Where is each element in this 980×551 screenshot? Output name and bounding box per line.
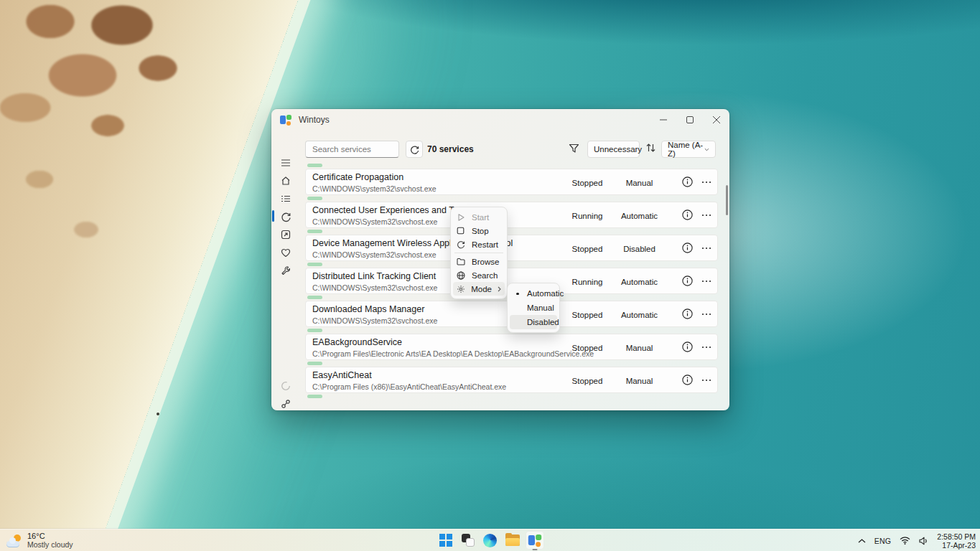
more-options-icon[interactable] <box>700 209 713 221</box>
service-tag <box>307 362 322 365</box>
weather-temperature: 16°C <box>27 532 73 541</box>
service-tag <box>307 197 322 200</box>
folder-icon <box>457 258 466 265</box>
service-mode: Manual <box>609 367 670 394</box>
more-options-icon[interactable] <box>700 342 713 353</box>
file-explorer-button[interactable] <box>503 531 522 550</box>
taskbar: 16°C Mostly cloudy ENG <box>0 529 980 551</box>
edge-button[interactable] <box>481 531 500 550</box>
more-options-icon[interactable] <box>700 276 713 287</box>
chevron-right-icon <box>498 286 501 292</box>
service-row[interactable]: Certificate Propagation C:\WINDOWS\syste… <box>305 169 718 195</box>
service-context-menu: Start Stop Restart Browse Search Mode <box>450 207 508 299</box>
title-bar[interactable]: Wintoys <box>271 109 729 131</box>
service-name: Downloaded Maps Manager <box>312 304 424 314</box>
menu-item-stop[interactable]: Stop <box>453 224 505 237</box>
more-options-icon[interactable] <box>700 242 713 254</box>
info-icon[interactable] <box>682 342 693 352</box>
desktop: Wintoys <box>0 0 980 551</box>
service-path: C:\WINDOWS\system32\svchost.exe <box>312 184 437 193</box>
submenu-item-disabled[interactable]: Disabled <box>510 315 557 329</box>
info-icon[interactable] <box>682 276 693 286</box>
wintoys-logo-icon <box>280 114 291 126</box>
wifi-icon[interactable] <box>900 537 910 545</box>
file-explorer-icon <box>505 534 520 546</box>
filter-dropdown[interactable]: Unnecessary <box>587 141 640 158</box>
service-row[interactable]: EABackgroundService C:\Program Files\Ele… <box>305 334 718 360</box>
tray-chevron-up-icon[interactable] <box>858 539 866 543</box>
info-icon[interactable] <box>682 309 693 319</box>
wintoys-taskbar-button[interactable] <box>526 531 544 550</box>
more-options-icon[interactable] <box>700 309 713 320</box>
stop-icon <box>457 227 466 235</box>
minimize-button[interactable] <box>658 114 669 126</box>
menu-divider <box>454 253 503 253</box>
more-options-icon[interactable] <box>700 375 713 386</box>
service-status: Stopped <box>559 301 616 328</box>
scrollbar-thumb[interactable] <box>726 185 728 215</box>
sort-dropdown-value: Name (A-Z) <box>668 141 704 158</box>
submenu-item-manual[interactable]: Manual <box>510 301 557 315</box>
wintoys-logo-icon <box>528 534 541 547</box>
wallpaper-figure <box>157 413 159 415</box>
service-tag <box>307 164 322 167</box>
service-path: C:\WINDOWS\System32\svchost.exe <box>312 217 437 226</box>
service-path: C:\WINDOWS\System32\svchost.exe <box>312 283 437 292</box>
service-tag <box>307 230 322 233</box>
more-options-icon[interactable] <box>700 176 713 188</box>
search-input[interactable]: Search services <box>305 141 399 158</box>
service-name: Distributed Link Tracking Client <box>312 271 436 281</box>
sidebar-item-links[interactable] <box>271 396 300 410</box>
taskbar-weather-widget[interactable]: 16°C Mostly cloudy <box>6 529 73 551</box>
sort-icon[interactable] <box>646 143 655 153</box>
sidebar <box>271 131 300 410</box>
info-icon[interactable] <box>682 242 693 253</box>
maximize-button[interactable] <box>684 114 696 126</box>
volume-icon[interactable] <box>919 537 928 545</box>
edge-icon <box>483 534 497 547</box>
sort-dropdown[interactable]: Name (A-Z) <box>661 141 716 158</box>
service-row[interactable]: EasyAntiCheat C:\Program Files (x86)\Eas… <box>305 367 718 393</box>
sidebar-item-tweaks[interactable] <box>271 263 300 278</box>
taskbar-clock[interactable]: 2:58:50 PM 17-Apr-23 <box>937 532 976 550</box>
start-button[interactable] <box>437 531 455 550</box>
info-icon[interactable] <box>682 375 693 385</box>
service-row[interactable]: Device Management Wireless Application P… <box>305 235 718 261</box>
service-mode: Automatic <box>609 268 670 295</box>
filter-icon[interactable] <box>569 143 579 154</box>
selected-bullet-icon <box>516 293 519 296</box>
submenu-item-label: Manual <box>527 303 554 312</box>
sidebar-item-startup[interactable] <box>271 227 300 242</box>
service-status: Stopped <box>559 235 616 262</box>
sidebar-item-apps[interactable] <box>271 191 300 207</box>
sidebar-item-health[interactable] <box>271 245 300 260</box>
service-row[interactable]: Connected User Experiences and Telemetry… <box>305 202 718 228</box>
menu-item-label: Mode <box>471 285 492 293</box>
submenu-item-automatic[interactable]: Automatic <box>510 286 557 301</box>
search-placeholder: Search services <box>312 145 371 154</box>
language-indicator[interactable]: ENG <box>874 537 892 545</box>
refresh-button[interactable] <box>406 141 423 158</box>
menu-item-search[interactable]: Search <box>453 268 505 282</box>
close-button[interactable] <box>711 114 722 126</box>
menu-item-restart[interactable]: Restart <box>453 237 505 251</box>
filter-dropdown-value: Unnecessary <box>594 145 642 154</box>
mode-submenu: Automatic Manual Disabled <box>507 283 560 333</box>
menu-item-mode[interactable]: Mode <box>453 282 505 296</box>
service-status: Stopped <box>559 367 616 394</box>
chevron-down-icon <box>704 148 709 151</box>
menu-item-label: Stop <box>472 227 489 235</box>
menu-item-start[interactable]: Start <box>453 210 505 224</box>
info-icon[interactable] <box>682 176 693 187</box>
task-view-button[interactable] <box>459 531 477 550</box>
menu-item-label: Restart <box>472 240 498 249</box>
service-name: EasyAntiCheat <box>312 370 372 380</box>
service-path: C:\Program Files\Electronic Arts\EA Desk… <box>312 349 594 358</box>
windows-logo-icon <box>439 534 452 547</box>
info-icon[interactable] <box>682 209 693 220</box>
menu-item-browse[interactable]: Browse <box>453 255 505 268</box>
hamburger-menu-icon[interactable] <box>271 155 300 171</box>
sidebar-item-home[interactable] <box>271 173 300 189</box>
sidebar-item-services[interactable] <box>271 209 300 225</box>
service-tag <box>307 263 322 266</box>
